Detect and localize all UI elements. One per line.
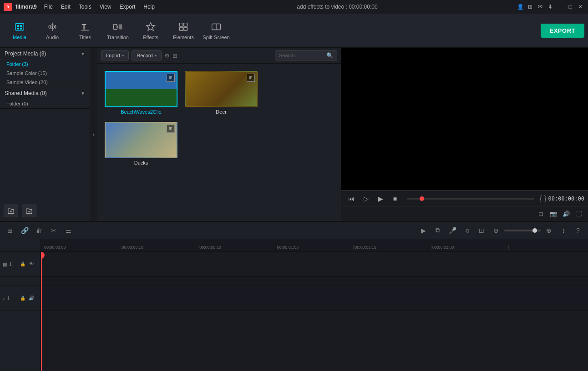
preview-progress-bar[interactable] xyxy=(407,198,534,200)
media-item-ducks[interactable]: ⊞ Ducks xyxy=(105,122,177,165)
tool-elements[interactable]: Elements xyxy=(167,16,199,45)
remove-folder-icon xyxy=(25,207,33,215)
grid-view-icon[interactable]: ⊞ xyxy=(172,52,177,59)
preview-extra-controls: ⊡ 📷 🔊 ⛶ xyxy=(341,206,588,221)
minimize-button[interactable]: ─ xyxy=(556,3,564,11)
preview-stop-button[interactable]: ■ xyxy=(389,192,401,205)
media-item-deer[interactable]: ⊞ Deer xyxy=(185,71,258,115)
timeline-pip-button[interactable]: ⊡ xyxy=(475,224,488,237)
remove-folder-button[interactable] xyxy=(22,205,36,217)
timeline-play-button[interactable]: ▶ xyxy=(417,224,430,237)
out-bracket-icon[interactable]: } xyxy=(544,195,546,203)
timeline-cut-button[interactable]: ✂ xyxy=(47,224,60,237)
ruler-mark-3: 00:00:01:05 xyxy=(276,245,354,250)
media-thumb-deer: ⊞ xyxy=(185,71,258,107)
download-icon[interactable]: ⬇ xyxy=(546,3,554,11)
add-folder-icon xyxy=(7,207,15,215)
shared-media-header[interactable]: Shared Media (0) ▼ xyxy=(0,87,90,99)
timeline-zoom-in-button[interactable]: ⊕ xyxy=(542,224,555,237)
svg-rect-15 xyxy=(184,27,187,30)
elements-icon xyxy=(177,21,189,33)
audio-track-mute-button[interactable]: 🔊 xyxy=(28,295,35,302)
svg-rect-13 xyxy=(184,23,187,26)
tool-splitscreen[interactable]: Split Screen xyxy=(200,16,232,45)
tool-effects[interactable]: Effects xyxy=(135,16,167,45)
tool-media[interactable]: Media xyxy=(4,16,35,45)
maximize-button[interactable]: □ xyxy=(566,3,574,11)
timeline-delete-button[interactable]: 🗑 xyxy=(33,224,46,237)
audio-track-tools: 🔒 🔊 xyxy=(16,286,38,311)
project-media-header[interactable]: Project Media (3) ▼ xyxy=(0,48,90,60)
app-logo: 9 xyxy=(4,3,12,11)
user-icon[interactable]: 👤 xyxy=(516,3,524,11)
filmora-gallery-icon[interactable]: ⊞ xyxy=(526,3,534,11)
record-button[interactable]: Record ▾ xyxy=(132,50,161,60)
sidebar-item-folder[interactable]: Folder (3) xyxy=(0,60,90,69)
import-label: Import xyxy=(106,53,120,58)
menu-tools[interactable]: Tools xyxy=(75,3,95,11)
ruler-marks: 00:00:00:00 00:00:00:10 00:00:00:20 00:0… xyxy=(41,245,588,250)
project-media-section: Project Media (3) ▼ Folder (3) Sample Co… xyxy=(0,48,90,87)
menu-help[interactable]: Help xyxy=(140,3,158,11)
timeline-voice-button[interactable]: 🎤 xyxy=(446,224,459,237)
timeline-audio-detach-button[interactable]: ♫ xyxy=(461,224,473,237)
filter-icon[interactable]: ⚙ xyxy=(164,52,170,59)
window-controls: 👤 ⊞ ✉ ⬇ ─ □ ✕ xyxy=(516,3,584,11)
timeline-right-tools: ▶ ⧉ 🎤 ♫ ⊡ ⊖ ⊕ ⫾ ? xyxy=(417,224,584,237)
timeline-adjust-button[interactable]: ⚌ xyxy=(62,224,75,237)
sidebar-item-shared-folder[interactable]: Folder (0) xyxy=(0,99,90,108)
tool-titles[interactable]: T Titles xyxy=(69,16,101,45)
tool-audio[interactable]: Audio xyxy=(36,16,68,45)
export-button[interactable]: EXPORT xyxy=(541,24,584,38)
video-track-tools: 🔒 👁 xyxy=(16,252,38,277)
app-name: filmora9 xyxy=(15,4,37,10)
media-item-beach[interactable]: ⊞ BeachWaves2Clip xyxy=(105,71,177,115)
svg-rect-12 xyxy=(180,23,183,26)
menu-file[interactable]: File xyxy=(41,3,56,11)
timeline-zoom-control xyxy=(504,230,541,231)
video-track[interactable] xyxy=(41,252,588,277)
preview-fullscreen-button[interactable]: ⛶ xyxy=(573,209,584,220)
search-icon: 🔍 xyxy=(326,52,333,59)
preview-snapshot-button[interactable]: 📷 xyxy=(548,209,559,220)
sidebar-collapse-button[interactable]: ‹ xyxy=(90,48,97,221)
timeline-split-button[interactable]: ⫾ xyxy=(557,224,570,237)
preview-volume-button[interactable]: 🔊 xyxy=(561,209,572,220)
shared-media-collapse-icon: ▼ xyxy=(81,91,85,96)
svg-text:T: T xyxy=(82,23,87,31)
ruler-mark-6 xyxy=(508,245,586,250)
timeline-snap-button[interactable]: ⊞ xyxy=(4,224,16,237)
video-track-lock-button[interactable]: 🔒 xyxy=(19,261,26,268)
search-input[interactable] xyxy=(279,53,324,58)
timeline-help-button[interactable]: ? xyxy=(572,224,584,237)
video-track-number: 1 xyxy=(9,261,12,267)
audio-track[interactable] xyxy=(41,286,588,311)
ruler-spacer xyxy=(0,239,41,252)
preview-step-back-button[interactable]: ⏮ xyxy=(345,192,358,205)
add-folder-button[interactable] xyxy=(4,205,18,217)
timeline-zoom-out-button[interactable]: ⊖ xyxy=(490,224,502,237)
timeline-link-button[interactable]: 🔗 xyxy=(18,224,31,237)
media-icon xyxy=(14,21,25,33)
sidebar-item-sample-video[interactable]: Sample Video (20) xyxy=(0,78,90,87)
ruler-mark-4: 00:00:01:15 xyxy=(353,245,431,250)
tool-transition-label: Transition xyxy=(107,35,129,40)
timeline-snap-to-button[interactable]: ⧉ xyxy=(431,224,444,237)
sidebar-item-sample-color[interactable]: Sample Color (15) xyxy=(0,69,90,78)
timeline-area: ⊞ 🔗 🗑 ✂ ⚌ ▶ ⧉ 🎤 ♫ ⊡ ⊖ ⊕ ⫾ ? xyxy=(0,221,588,371)
audio-track-lock-button[interactable]: 🔒 xyxy=(19,295,26,302)
preview-play-button[interactable]: ▶ xyxy=(374,192,387,205)
svg-marker-11 xyxy=(147,23,155,31)
preview-play-slow-button[interactable]: ▷ xyxy=(360,192,372,205)
close-button[interactable]: ✕ xyxy=(576,3,584,11)
video-track-visible-button[interactable]: 👁 xyxy=(28,261,35,268)
preview-fit-button[interactable]: ⊡ xyxy=(535,209,546,220)
import-button[interactable]: Import ▾ xyxy=(101,50,129,60)
menu-view[interactable]: View xyxy=(96,3,115,11)
in-bracket-icon[interactable]: { xyxy=(540,195,542,203)
menu-export[interactable]: Export xyxy=(116,3,139,11)
tool-transition[interactable]: Transition xyxy=(102,16,134,45)
message-icon[interactable]: ✉ xyxy=(536,3,544,11)
timeline-zoom-slider[interactable] xyxy=(504,230,541,231)
menu-edit[interactable]: Edit xyxy=(57,3,74,11)
